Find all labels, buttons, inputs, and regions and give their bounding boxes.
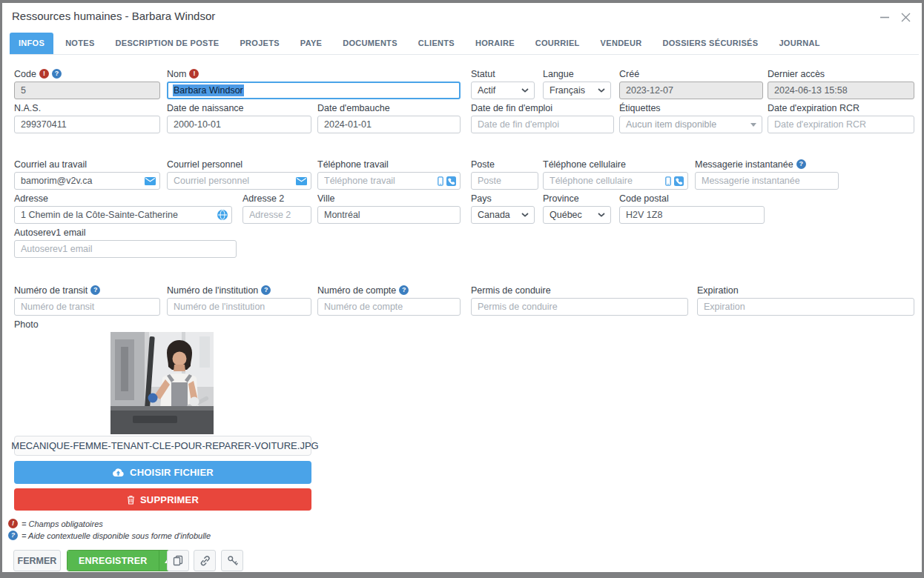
field-numero-transit: Numéro de transit ? — [14, 285, 160, 316]
pays-label: Pays — [471, 193, 492, 204]
duplicate-button[interactable] — [167, 550, 189, 571]
tab-vendeur[interactable]: VENDEUR — [592, 33, 651, 54]
date-naissance-input[interactable] — [167, 116, 311, 133]
key-icon — [226, 554, 239, 567]
help-icon[interactable]: ? — [90, 285, 100, 295]
tab-journal[interactable]: JOURNAL — [770, 33, 828, 54]
key-button[interactable] — [221, 550, 243, 571]
etiquettes-select[interactable]: Aucun item disponible — [619, 116, 762, 133]
poste-input[interactable] — [471, 172, 538, 190]
close-form-button[interactable]: FERMER — [13, 550, 61, 571]
nom-label: Nom — [167, 69, 186, 79]
tab-description-de-poste[interactable]: DESCRIPTION DE POSTE — [107, 33, 228, 54]
adresse-input[interactable] — [14, 206, 232, 224]
photo-filename: MECANIQUE-FEMME-TENANT-CLE-POUR-REPARER-… — [11, 440, 318, 451]
courriel-personnel-input[interactable] — [167, 172, 311, 190]
ville-input[interactable] — [317, 206, 461, 224]
globe-icon[interactable] — [217, 210, 228, 220]
nom-input[interactable]: Barbara Windsor — [167, 82, 461, 99]
code-input[interactable] — [14, 82, 160, 99]
tab-dossiers-securises[interactable]: DOSSIERS SÉCURISÉS — [654, 33, 768, 54]
permis-conduire-label: Permis de conduire — [471, 285, 551, 296]
field-code: Code !? — [14, 68, 160, 99]
numero-transit-input[interactable] — [14, 298, 160, 316]
etiquettes-placeholder: Aucun item disponible — [626, 119, 716, 130]
expiration-input[interactable] — [697, 298, 914, 316]
field-nom: Nom ! Barbara Windsor — [167, 68, 461, 99]
envelope-icon[interactable] — [145, 177, 156, 185]
cloud-upload-icon — [112, 468, 125, 477]
tel-travail-label: Téléphone travail — [317, 159, 389, 170]
field-dernier-acces: Dernier accès — [768, 68, 914, 99]
expiration-label: Expiration — [697, 285, 739, 296]
field-autoserev1-email: Autoserev1 email — [14, 227, 237, 258]
save-button[interactable]: ENREGISTRER — [67, 550, 177, 571]
help-icon[interactable]: ? — [796, 159, 806, 169]
required-icon: ! — [189, 69, 199, 79]
help-icon[interactable]: ? — [261, 285, 271, 295]
messagerie-input[interactable] — [695, 172, 839, 190]
tab-infos[interactable]: INFOS — [10, 33, 53, 54]
phone-icon[interactable] — [446, 176, 456, 186]
mobile-phone-icon[interactable] — [665, 176, 671, 186]
province-select[interactable]: Québec — [543, 206, 611, 224]
delete-photo-button[interactable]: SUPPRIMER — [14, 488, 311, 511]
help-icon[interactable]: ? — [399, 285, 409, 295]
date-expiration-rcr-input[interactable] — [768, 116, 914, 133]
langue-select[interactable]: Français — [543, 82, 611, 99]
courriel-travail-input[interactable] — [14, 172, 160, 190]
tab-horaire[interactable]: HORAIRE — [466, 33, 524, 54]
tab-courriel[interactable]: COURRIEL — [527, 33, 589, 54]
cree-label: Créé — [619, 69, 639, 79]
field-numero-institution: Numéro de l'institution ? — [167, 285, 311, 316]
window-controls — [879, 11, 911, 23]
tab-documents[interactable]: DOCUMENTS — [334, 33, 406, 54]
dernier-acces-input[interactable] — [768, 82, 914, 99]
caret-down-icon — [750, 123, 756, 127]
code-postal-input[interactable] — [619, 206, 765, 224]
link-button[interactable] — [194, 550, 216, 571]
nas-label: N.A.S. — [14, 103, 41, 113]
nas-input[interactable] — [14, 116, 160, 133]
help-icon[interactable]: ? — [52, 69, 62, 79]
choose-file-button[interactable]: CHOISIR FICHIER — [14, 461, 311, 484]
required-icon: ! — [39, 69, 49, 79]
tab-paye[interactable]: PAYE — [291, 33, 331, 54]
courriel-personnel-label: Courriel personnel — [167, 159, 242, 170]
code-postal-label: Code postal — [619, 193, 669, 204]
minimize-button[interactable] — [879, 11, 891, 23]
chevron-down-icon — [598, 213, 605, 217]
employee-photo[interactable] — [110, 332, 214, 434]
tab-projets[interactable]: PROJETS — [231, 33, 288, 54]
phone-icon[interactable] — [674, 176, 684, 186]
autoserev1-email-input[interactable] — [14, 240, 237, 258]
poste-label: Poste — [471, 159, 495, 170]
statut-select[interactable]: Actif — [471, 82, 535, 99]
numero-compte-label: Numéro de compte — [317, 285, 396, 296]
mobile-phone-icon[interactable] — [438, 176, 443, 186]
pays-select[interactable]: Canada — [471, 206, 535, 224]
date-embauche-input[interactable] — [317, 116, 461, 133]
cree-input[interactable] — [619, 82, 763, 99]
photo-file-link[interactable]: MECANIQUE-FEMME-TENANT-CLE-POUR-REPARER-… — [14, 436, 311, 456]
close-button[interactable] — [900, 11, 911, 23]
numero-compte-input[interactable] — [317, 298, 461, 316]
link-icon — [199, 554, 211, 567]
choose-file-label: CHOISIR FICHIER — [130, 467, 214, 478]
field-tel-travail: Téléphone travail — [317, 159, 461, 190]
permis-conduire-input[interactable] — [471, 298, 688, 316]
langue-value: Français — [550, 85, 585, 96]
date-fin-emploi-input[interactable] — [471, 116, 614, 133]
tab-clients[interactable]: CLIENTS — [409, 33, 463, 54]
statut-value: Actif — [478, 85, 495, 96]
field-cree: Créé — [619, 68, 763, 99]
messagerie-label: Messagerie instantanée — [695, 159, 793, 170]
numero-institution-input[interactable] — [167, 298, 311, 316]
field-ville: Ville — [317, 193, 461, 224]
envelope-icon[interactable] — [296, 177, 307, 185]
adresse2-input[interactable] — [242, 206, 311, 224]
field-date-embauche: Date d'embauche — [317, 102, 461, 133]
date-naissance-label: Date de naissance — [167, 103, 244, 113]
tab-notes[interactable]: NOTES — [56, 33, 103, 54]
chevron-down-icon — [521, 88, 529, 93]
